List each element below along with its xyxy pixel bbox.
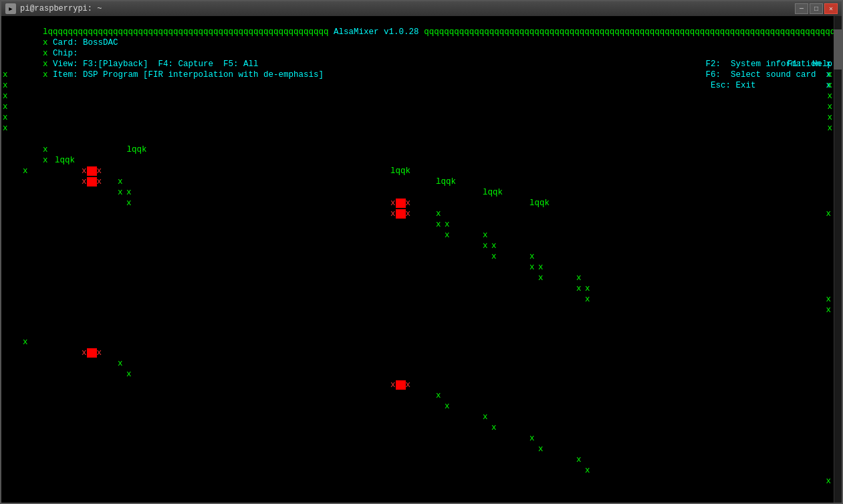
vol-row-3: x xaax x x xaax x x x x x x x x x [3,326,840,497]
minimize-button[interactable]: ─ [795,3,808,14]
scrollbar-thumb[interactable] [834,29,842,70]
card-line: x Card: BossDAC F1: Help [3,27,840,37]
title-bar: ▶ pi@raspberrypi: ~ ─ □ ✕ [1,1,842,16]
window-icon: ▶ [5,3,16,14]
empty-line-5: xx [3,112,840,123]
item-line: x Item: DSP Program [FIR interpolation w… [3,59,840,70]
empty-line-4: xx [3,102,840,112]
vol-row-4: x xaax x x xaax x x x x x x x x x [3,497,840,503]
terminal-area: lqqqqqqqqqqqqqqqqqqqqqqqqqqqqqqqqqqqqqqq… [1,16,842,503]
scrollbar[interactable] [834,16,842,503]
terminal-content: lqqqqqqqqqqqqqqqqqqqqqqqqqqqqqqqqqqqqqqq… [1,16,842,503]
volume-rows: x xaax x x xaax x x x x x x x x x x xaax… [3,155,840,503]
window-title: pi@raspberrypi: ~ [20,4,795,13]
maximize-button[interactable]: □ [810,3,823,14]
empty-line-3: xx [3,91,840,102]
empty-line-6: xx [3,123,840,134]
col-headers: xlqqk lqqk lqqk lqqk lqqk lqqk x [3,134,840,144]
title-bar-buttons: ─ □ ✕ [795,3,838,14]
vol-row-1: x xaax x x xaax x x x x x x x x x [3,144,840,155]
vol-row-2: x xaax x x xaax x x x x x x x x x [3,155,840,326]
header-line: lqqqqqqqqqqqqqqqqqqqqqqqqqqqqqqqqqqqqqqq… [3,16,840,27]
close-button[interactable]: ✕ [824,3,838,14]
main-window: ▶ pi@raspberrypi: ~ ─ □ ✕ lqqqqqqqqqqqqq… [0,0,843,504]
chip-line: x Chip: F2: System information x [3,37,840,48]
view-line: x View: F3:[Playback] F4: Capture F5: Al… [3,48,840,59]
